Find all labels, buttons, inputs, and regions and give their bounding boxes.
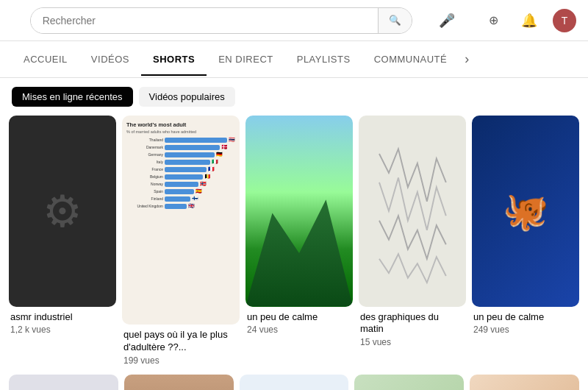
thumbnail-v1 [9, 116, 116, 307]
mic-icon: 🎤 [439, 13, 455, 29]
video-title-v4: des graphiques du matin [360, 311, 465, 336]
video-card-v4[interactable]: des graphiques du matin 15 vues [359, 116, 466, 366]
video-views-v2: 199 vues [123, 355, 238, 366]
video-views-v1: 1,2 k vues [10, 325, 115, 335]
video-info-v1: asmr industriel 1,2 k vues [9, 307, 116, 336]
thumbnail-v3 [245, 116, 353, 307]
video-card-v10[interactable] [470, 375, 579, 390]
thumbnail-v6: 📱 [9, 375, 118, 390]
thumbnail-v7 [124, 375, 234, 390]
search-input[interactable] [31, 8, 378, 33]
tab-communaute[interactable]: COMMUNAUTÉ [362, 43, 459, 75]
thumbnail-v10 [470, 375, 579, 390]
video-info-v4: des graphiques du matin 15 vues [359, 307, 466, 348]
tab-videos[interactable]: VIDÉOS [79, 43, 141, 75]
notification-icon: 🔔 [521, 13, 537, 29]
search-bar: 🔍 [30, 7, 412, 34]
upload-icon: ⊕ [489, 13, 498, 27]
video-views-v3: 24 vues [247, 325, 351, 335]
header-icons: ⊕ 🔔 T [482, 9, 576, 32]
thumbnail-v5 [472, 116, 579, 307]
tab-accueil[interactable]: ACCUEIL [12, 43, 79, 75]
thumbnail-v2: The world's most adult % of married adul… [122, 116, 240, 325]
search-button[interactable]: 🔍 [378, 8, 412, 33]
infographic-title: The world's most adult [126, 121, 235, 128]
search-icon: 🔍 [389, 15, 401, 26]
nav-more-button[interactable]: › [459, 41, 475, 77]
video-grid-row1: asmr industriel 1,2 k vues The world's m… [0, 116, 588, 375]
video-card-v2[interactable]: The world's most adult % of married adul… [122, 116, 240, 366]
video-card-v7[interactable] [124, 375, 234, 390]
video-title-v1: asmr industriel [10, 311, 115, 324]
tab-en-direct[interactable]: EN DIRECT [207, 43, 285, 75]
sketch-svg [370, 135, 456, 288]
video-title-v2: quel pays où il ya le plus d'adultère ??… [123, 329, 238, 354]
video-views-v5: 249 vues [473, 325, 578, 335]
thumbnail-v8: 💬 [240, 375, 349, 390]
thumbnail-v4 [359, 116, 466, 307]
mic-button[interactable]: 🎤 [439, 13, 455, 29]
header: 🔍 🎤 ⊕ 🔔 T [0, 0, 588, 41]
video-card-v5[interactable]: un peu de calme 249 vues [472, 116, 579, 366]
nav-tabs: ACCUEIL VIDÉOS SHORTS EN DIRECT PLAYLIST… [0, 41, 588, 78]
video-grid-row2: 📱 💬 🌿 [0, 375, 588, 390]
video-info-v3: un peu de calme 24 vues [245, 307, 353, 336]
video-views-v4: 15 vues [360, 337, 465, 347]
video-title-v5: un peu de calme [473, 311, 578, 324]
video-card-v3[interactable]: un peu de calme 24 vues [245, 116, 353, 366]
upload-button[interactable]: ⊕ [482, 9, 506, 32]
filter-popular[interactable]: Vidéos populaires [139, 87, 235, 107]
video-info-v2: quel pays où il ya le plus d'adultère ??… [122, 325, 240, 366]
video-info-v5: un peu de calme 249 vues [472, 307, 579, 336]
video-card-v1[interactable]: asmr industriel 1,2 k vues [9, 116, 116, 366]
thumbnail-v9: 🌿 [354, 375, 464, 390]
tab-shorts[interactable]: SHORTS [141, 43, 207, 75]
video-card-v8[interactable]: 💬 [240, 375, 349, 390]
video-title-v3: un peu de calme [247, 311, 351, 324]
avatar[interactable]: T [553, 9, 576, 32]
tab-playlists[interactable]: PLAYLISTS [285, 43, 362, 75]
video-card-v9[interactable]: 🌿 [354, 375, 464, 390]
filter-bar: Mises en ligne récentes Vidéos populaire… [0, 78, 588, 116]
filter-recent[interactable]: Mises en ligne récentes [12, 87, 133, 107]
infographic-subtitle: % of married adults who have admitted [126, 130, 235, 134]
bar-row-thailand: Thailand 🇹🇭 [126, 137, 235, 143]
notification-button[interactable]: 🔔 [517, 9, 541, 32]
video-card-v6[interactable]: 📱 [9, 375, 118, 390]
